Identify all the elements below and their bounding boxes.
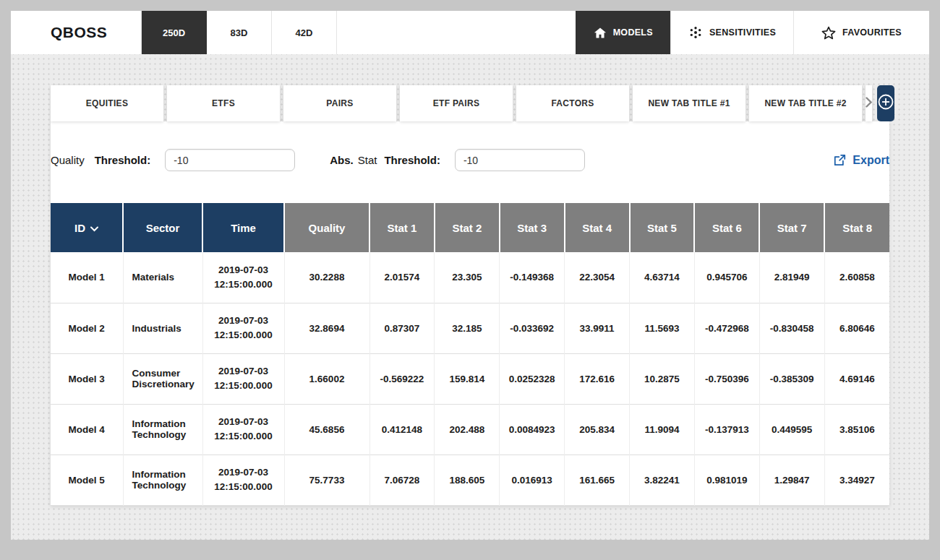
cell-stat-3: 0.0084923 <box>500 404 565 455</box>
nav-item-label: FAVOURITES <box>842 27 902 38</box>
app-logo: QBOSS <box>11 11 141 54</box>
tab-strip: EQUITIESETFSPAIRSETF PAIRSFACTORSNEW TAB… <box>51 85 889 121</box>
cell-stat-5: 4.63714 <box>630 252 695 303</box>
column-header-stat-2[interactable]: Stat 2 <box>435 203 500 252</box>
column-header-label: Stat 5 <box>647 222 677 234</box>
cell-stat-5: 10.2875 <box>630 353 695 404</box>
period-tab-83d[interactable]: 83D <box>207 11 272 54</box>
cell-time: 2019-07-03 12:15:00.000 <box>202 353 284 404</box>
period-tab-42d[interactable]: 42D <box>272 11 337 54</box>
cell-time: 2019-07-03 12:15:00.000 <box>202 404 284 455</box>
table-row-model-2: Model 2Industrials2019-07-03 12:15:00.00… <box>51 303 889 353</box>
cell-stat-6: -0.472968 <box>694 303 759 353</box>
nav-item-models[interactable]: MODELS <box>576 11 670 54</box>
table-row-model-3: Model 3Consumer Discretionary2019-07-03 … <box>51 353 889 404</box>
period-tab-250d[interactable]: 250D <box>142 11 207 54</box>
tab-etf-pairs[interactable]: ETF PAIRS <box>400 85 513 121</box>
export-label: Export <box>853 154 889 167</box>
cell-stat-8: 4.69146 <box>824 353 889 404</box>
cell-sector: Information Technology <box>123 404 202 455</box>
cell-sector: Materials <box>123 252 202 303</box>
chevron-right-icon <box>866 97 872 111</box>
sensitivities-icon <box>688 25 703 40</box>
column-header-label: ID <box>74 222 85 234</box>
cell-time: 2019-07-03 12:15:00.000 <box>202 252 284 303</box>
cell-stat-2: 188.605 <box>435 455 500 505</box>
column-header-label: Sector <box>146 222 180 234</box>
abs-stat-threshold-label: Threshold: <box>384 154 440 166</box>
column-header-quality[interactable]: Quality <box>284 203 369 252</box>
column-header-stat-7[interactable]: Stat 7 <box>759 203 824 252</box>
cell-time: 2019-07-03 12:15:00.000 <box>202 455 284 505</box>
column-header-stat-3[interactable]: Stat 3 <box>500 203 565 252</box>
chevron-down-icon <box>90 222 98 234</box>
cell-stat-4: 161.665 <box>565 455 630 505</box>
tab-factors[interactable]: FACTORS <box>516 85 629 121</box>
cell-stat-3: 0.016913 <box>500 455 565 505</box>
table-header-row: IDSectorTimeQualityStat 1Stat 2Stat 3Sta… <box>51 203 889 252</box>
column-header-stat-4[interactable]: Stat 4 <box>565 203 630 252</box>
cell-model-id: Model 5 <box>51 455 123 505</box>
nav-item-sensitivities[interactable]: SENSITIVITIES <box>670 11 793 54</box>
column-header-sector[interactable]: Sector <box>123 203 202 252</box>
cell-model-id: Model 1 <box>51 252 123 303</box>
add-tab-button[interactable] <box>877 85 894 121</box>
cell-quality: 45.6856 <box>284 404 369 455</box>
cell-quality: 30.2288 <box>284 252 369 303</box>
tab-new-tab-title-2[interactable]: NEW TAB TITLE #2 <box>749 85 862 121</box>
nav-item-label: SENSITIVITIES <box>709 27 776 38</box>
cell-model-id: Model 2 <box>51 303 123 353</box>
column-header-label: Stat 7 <box>777 222 807 234</box>
cell-stat-7: 2.81949 <box>759 252 824 303</box>
tab-pairs[interactable]: PAIRS <box>283 85 396 121</box>
filter-bar: Quality Threshold: Abs. Stat Threshold: … <box>51 121 889 171</box>
cell-stat-1: 0.87307 <box>369 303 435 353</box>
cell-time: 2019-07-03 12:15:00.000 <box>202 303 284 353</box>
abs-label: Abs. <box>330 154 354 166</box>
star-icon <box>821 26 836 40</box>
quality-threshold-label: Threshold: <box>95 154 151 166</box>
tab-etfs[interactable]: ETFS <box>167 85 280 121</box>
cell-model-id: Model 3 <box>51 353 123 404</box>
column-header-id[interactable]: ID <box>51 203 123 252</box>
home-icon <box>594 27 607 39</box>
tab-new-tab-title-1[interactable]: NEW TAB TITLE #1 <box>633 85 745 121</box>
cell-stat-4: 22.3054 <box>565 252 630 303</box>
cell-stat-8: 3.34927 <box>824 455 889 505</box>
cell-stat-7: -0.830458 <box>759 303 824 353</box>
cell-sector: Industrials <box>123 303 202 353</box>
column-header-stat-5[interactable]: Stat 5 <box>630 203 695 252</box>
cell-stat-8: 2.60858 <box>824 252 889 303</box>
cell-stat-8: 3.85106 <box>824 404 889 455</box>
tab-scroll-button[interactable] <box>866 85 872 121</box>
models-table: IDSectorTimeQualityStat 1Stat 2Stat 3Sta… <box>51 203 889 506</box>
content-panel: Quality Threshold: Abs. Stat Threshold: … <box>51 121 889 506</box>
column-header-label: Stat 3 <box>517 222 547 234</box>
stat-label: Stat <box>358 154 377 166</box>
cell-stat-7: -0.385309 <box>759 353 824 404</box>
column-header-stat-6[interactable]: Stat 6 <box>694 203 759 252</box>
nav-item-favourites[interactable]: FAVOURITES <box>793 11 929 54</box>
nav-item-label: MODELS <box>613 27 653 38</box>
topbar-spacer <box>337 11 576 54</box>
export-button[interactable]: Export <box>833 153 889 167</box>
table-row-model-1: Model 1Materials2019-07-03 12:15:00.0003… <box>51 252 889 303</box>
tab-equities[interactable]: EQUITIES <box>51 85 163 121</box>
cell-stat-1: 2.01574 <box>369 252 435 303</box>
column-header-label: Stat 8 <box>842 222 872 234</box>
main-nav: MODELSSENSITIVITIESFAVOURITES <box>576 11 929 54</box>
cell-stat-6: -0.137913 <box>694 404 759 455</box>
cell-stat-4: 205.834 <box>565 404 630 455</box>
cell-stat-2: 23.305 <box>435 252 500 303</box>
column-header-stat-1[interactable]: Stat 1 <box>369 203 435 252</box>
cell-stat-8: 6.80646 <box>824 303 889 353</box>
cell-stat-3: -0.033692 <box>500 303 565 353</box>
column-header-time[interactable]: Time <box>202 203 284 252</box>
abs-stat-threshold-input[interactable] <box>455 149 585 171</box>
cell-stat-2: 159.814 <box>435 353 500 404</box>
quality-threshold-input[interactable] <box>165 149 295 171</box>
table-row-model-4: Model 4Information Technology2019-07-03 … <box>51 404 889 455</box>
column-header-stat-8[interactable]: Stat 8 <box>824 203 889 252</box>
column-header-label: Time <box>231 222 256 234</box>
content-area: EQUITIESETFSPAIRSETF PAIRSFACTORSNEW TAB… <box>11 85 929 506</box>
